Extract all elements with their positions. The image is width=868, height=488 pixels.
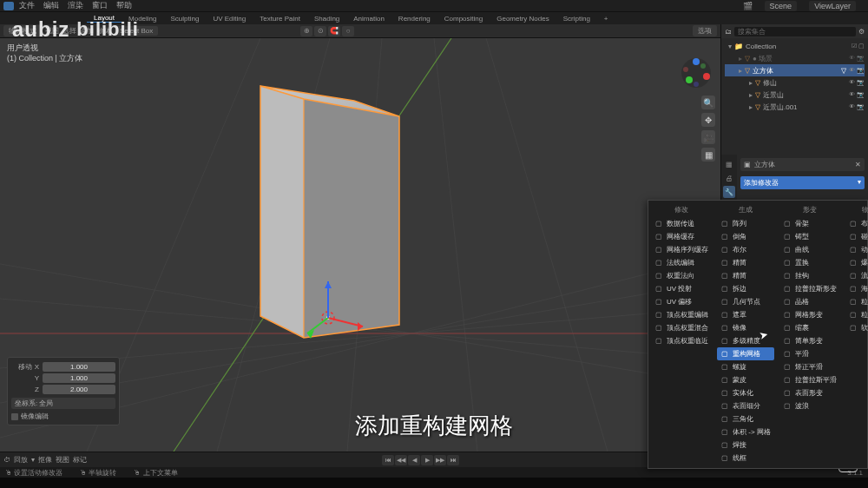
filter-icon[interactable]: ⚙ (858, 28, 865, 36)
outliner-panel[interactable]: 🗂 搜索集合 ⚙ ▾📁Collection☑ ▢ ▸▽● 场景👁 📷 ▸▽立方体… (720, 24, 868, 155)
tab-animation[interactable]: Animation (346, 15, 391, 23)
modifier-item[interactable]: ▢碰撞 (845, 230, 868, 243)
modifier-item[interactable]: ▢网格形变 (779, 308, 840, 321)
modifier-item[interactable]: ▢晶格 (779, 295, 840, 308)
outliner-item-mountain3[interactable]: ▸▽近景山.001👁 📷 (725, 101, 865, 113)
pan-icon[interactable]: ✥ (701, 113, 715, 127)
outliner-item-mountain1[interactable]: ▸▽修山👁 📷 (725, 76, 865, 89)
mirror-checkbox[interactable] (11, 413, 18, 420)
tab-texturepaint[interactable]: Texture Paint (253, 15, 307, 23)
modifier-item[interactable]: ▢置换 (779, 256, 840, 269)
modifier-item[interactable]: ▢螺旋 (717, 360, 774, 373)
modifier-item[interactable]: ▢顶点权重编辑 (651, 308, 712, 321)
move-x-field[interactable]: 1.000 (43, 362, 115, 372)
modifier-item[interactable]: ▢线框 (717, 452, 774, 465)
video-progress-bar[interactable] (0, 478, 868, 488)
modifier-item[interactable]: ▢曲线 (779, 243, 840, 256)
modifier-item[interactable]: ▢表面形变 (779, 386, 840, 399)
outliner-collection[interactable]: ▾📁Collection☑ ▢ (725, 40, 865, 52)
snap-icon[interactable]: 🧲 (328, 26, 340, 36)
modifier-item[interactable]: ▢法线编辑 (651, 256, 712, 269)
modifier-item[interactable]: ▢UV 投射 (651, 282, 712, 295)
tab-compositing[interactable]: Compositing (437, 15, 490, 23)
modifier-item[interactable]: ▢焊接 (717, 439, 774, 452)
jump-end-icon[interactable]: ⏭ (447, 455, 459, 465)
menu-render[interactable]: 渲染 (68, 0, 83, 11)
modifier-item[interactable]: ▢矫正平滑 (779, 360, 840, 373)
modifier-item[interactable]: ▢倒角 (717, 230, 774, 243)
scene-selector[interactable]: Scene (765, 1, 798, 11)
outliner-item-mountain2[interactable]: ▸▽近景山👁 📷 (725, 89, 865, 101)
modifier-item[interactable]: ▢几何节点 (717, 295, 774, 308)
proportional-icon[interactable]: ○ (342, 26, 354, 36)
modifier-item[interactable]: ▢骨架 (779, 217, 840, 230)
blender-logo[interactable] (3, 2, 14, 10)
ptab-render[interactable]: ▦ (723, 158, 735, 170)
tab-sculpting[interactable]: Sculpting (164, 15, 207, 23)
modifier-item[interactable]: ▢遮罩 (717, 308, 774, 321)
modifier-item[interactable]: ▢UV 偏移 (651, 295, 712, 308)
menu-help[interactable]: 帮助 (116, 0, 132, 11)
modifier-item[interactable]: ▢粒子实例 (845, 295, 868, 308)
modifier-item[interactable]: ▢精简 (717, 269, 774, 282)
outliner-search[interactable]: 搜索集合 (734, 27, 856, 36)
options-dropdown[interactable]: 选项 (693, 25, 717, 36)
add-modifier-dropdown[interactable]: 添加修改器▾ (740, 176, 865, 189)
modifier-item[interactable]: ▢拉普拉斯平滑 (779, 373, 840, 386)
cube-object[interactable] (260, 86, 399, 338)
modifier-item[interactable]: ▢实体化 (717, 386, 774, 399)
transform-orientation-icon[interactable]: ⊕ (300, 26, 312, 36)
modifier-item[interactable]: ▢拆边 (717, 282, 774, 295)
timeline-playback-menu[interactable]: 回放 (14, 455, 28, 465)
timeline-view-menu[interactable]: 视图 (56, 455, 69, 465)
modifier-item[interactable]: ▢缩裹 (779, 321, 840, 334)
modifier-item[interactable]: ▢拉普拉斯形变 (779, 282, 840, 295)
modifier-item[interactable]: ▢阵列 (717, 217, 774, 230)
modifier-item[interactable]: ▢重构网格 (717, 347, 774, 360)
modifier-item[interactable]: ▢布料 (845, 217, 868, 230)
modifier-item[interactable]: ▢权重法向 (651, 269, 712, 282)
modifier-item[interactable]: ▢铸型 (779, 230, 840, 243)
orientation-select[interactable]: 坐标系: 全局 (11, 398, 115, 409)
viewport-3d[interactable]: 用户透视 (1) Collection | 立方体 🔍 ✥ 🎥 ▦ 移动 X1.… (0, 38, 720, 452)
operator-panel[interactable]: 移动 X1.000 Y1.000 Z2.000 坐标系: 全局 镜像编辑 (7, 357, 120, 425)
tab-add[interactable]: + (597, 15, 615, 23)
viewlayer-selector[interactable]: ViewLayer (809, 1, 856, 11)
pivot-icon[interactable]: ⊙ (314, 26, 326, 36)
menu-file[interactable]: 文件 (19, 0, 35, 11)
ptab-modifier[interactable]: 🔧 (723, 186, 735, 198)
menu-edit[interactable]: 编辑 (43, 0, 59, 11)
modifier-item[interactable]: ▢蒙皮 (717, 373, 774, 386)
tab-shading[interactable]: Shading (307, 15, 346, 23)
modifier-item[interactable]: ▢顶点权重混合 (651, 321, 712, 334)
modifier-item[interactable]: ▢体积 -> 网格 (717, 425, 774, 439)
modifier-item[interactable]: ▢网格序列缓存 (651, 243, 712, 256)
properties-object-name[interactable]: ▣立方体✕ (740, 158, 865, 171)
camera-icon[interactable]: 🎥 (701, 130, 715, 144)
modifier-item[interactable]: ▢海洋 (845, 282, 868, 295)
modifier-item[interactable]: ▢波浪 (779, 399, 840, 412)
move-y-field[interactable]: 1.000 (43, 373, 115, 383)
move-z-field[interactable]: 2.000 (43, 385, 115, 394)
modifier-item[interactable]: ▢平滑 (779, 347, 840, 360)
modifier-item[interactable]: ▢简单形变 (779, 334, 840, 347)
zoom-icon[interactable]: 🔍 (701, 96, 715, 109)
modifier-item[interactable]: ▢三角化 (717, 412, 774, 425)
modifier-item[interactable]: ▢挂钩 (779, 269, 840, 282)
orbit-gizmo[interactable] (679, 56, 713, 90)
modifier-item[interactable]: ▢粒子系统 (845, 308, 868, 321)
ptab-output[interactable]: 🖨 (723, 172, 735, 184)
next-key-icon[interactable]: ▶▶ (434, 455, 446, 465)
modifier-item[interactable]: ▢动态绘画 (845, 243, 868, 256)
play-reverse-icon[interactable]: ◀ (408, 455, 420, 465)
modifier-item[interactable]: ▢精简 (717, 256, 774, 269)
tab-geonodes[interactable]: Geometry Nodes (490, 15, 556, 23)
prev-key-icon[interactable]: ◀◀ (395, 455, 407, 465)
modifier-item[interactable]: ▢表面细分 (717, 399, 774, 412)
perspective-icon[interactable]: ▦ (701, 148, 715, 162)
jump-start-icon[interactable]: ⏮ (382, 455, 394, 465)
outliner-item-scene[interactable]: ▸▽● 场景👁 📷 (725, 52, 865, 64)
modifier-item[interactable]: ▢流体 (845, 269, 868, 282)
tab-rendering[interactable]: Rendering (391, 15, 437, 23)
timeline-keying-menu[interactable]: 抠像 (38, 455, 52, 465)
